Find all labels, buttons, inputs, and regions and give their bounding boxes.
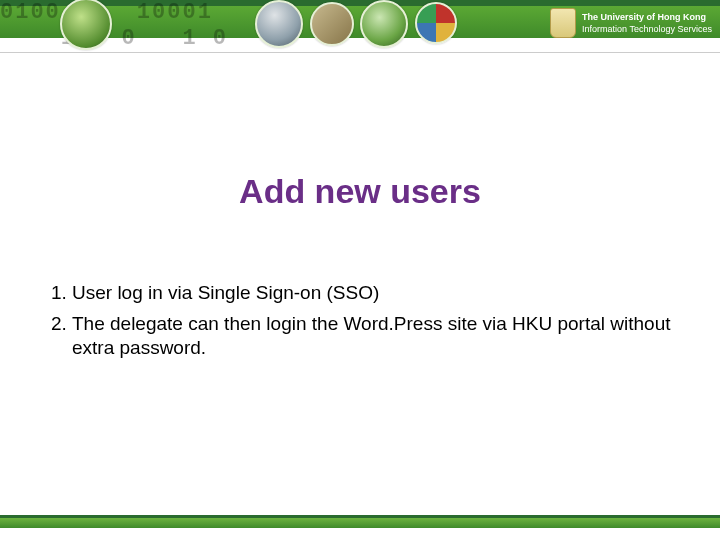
slide-body: User log in via Single Sign-on (SSO) The…	[40, 281, 680, 361]
header-bottom-bar	[0, 38, 720, 53]
org-block: The University of Hong Kong Information …	[550, 8, 712, 38]
garden-photo-icon	[360, 0, 408, 48]
list-item: User log in via Single Sign-on (SSO)	[72, 281, 680, 306]
org-text: The University of Hong Kong Information …	[582, 11, 712, 35]
footer-white-gap	[0, 528, 720, 540]
slide-title: Add new users	[0, 172, 720, 211]
color-wheel-icon	[415, 2, 457, 44]
building-photo-icon	[255, 0, 303, 48]
header-band: 0100 10001 10 0 1 0 The University of Ho…	[0, 0, 720, 52]
org-name-line2: Information Technology Services	[582, 23, 712, 35]
org-name-line1: The University of Hong Kong	[582, 11, 712, 23]
campus-photo-icon	[310, 2, 354, 46]
header-main-bar: 0100 10001 10 0 1 0 The University of Ho…	[0, 6, 720, 38]
university-crest-icon	[550, 8, 576, 38]
list-item: The delegate can then login the Word.Pre…	[72, 312, 680, 361]
globe-icon	[60, 0, 112, 50]
instruction-list: User log in via Single Sign-on (SSO) The…	[40, 281, 680, 361]
footer-bar	[0, 515, 720, 528]
